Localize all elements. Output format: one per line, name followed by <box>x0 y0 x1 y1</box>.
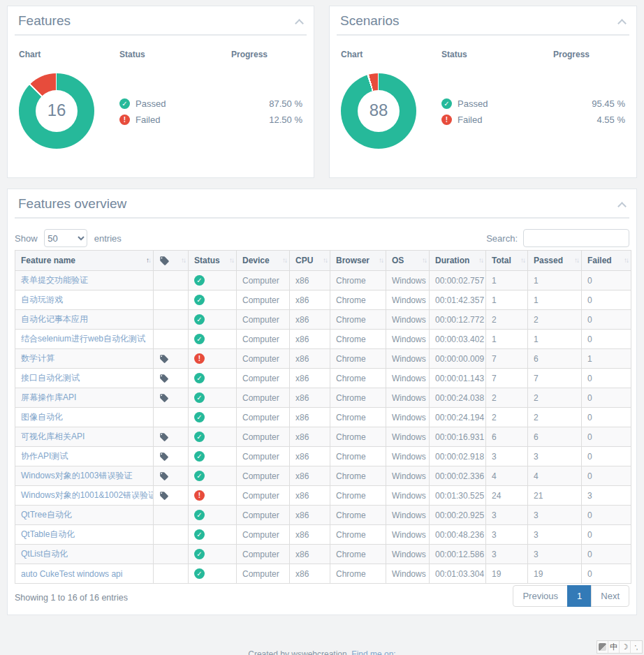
column-header-os[interactable]: OS↑↓ <box>386 251 430 271</box>
tag-cell <box>154 486 189 506</box>
sort-icon[interactable]: ↑↓ <box>574 256 578 264</box>
status-cell <box>189 525 237 545</box>
table-body: 表单提交功能验证Computerx86ChromeWindows00:00:02… <box>15 271 631 584</box>
legend-row-passed: Passed <box>441 96 488 112</box>
page-length-control: Show 50 entries <box>15 229 122 247</box>
total-cell: 3 <box>486 545 528 564</box>
ime-fullwidth-button[interactable]: ☽ <box>620 641 631 653</box>
sort-icon[interactable]: ↑↓ <box>146 256 150 264</box>
features-total-count: 16 <box>19 101 94 120</box>
features-panel-title: Features <box>8 6 314 34</box>
browser-cell: Chrome <box>330 466 386 486</box>
title-separator <box>15 34 307 36</box>
browser-cell: Chrome <box>330 506 386 525</box>
column-header-device[interactable]: Device↑↓ <box>237 251 290 271</box>
sort-icon[interactable]: ↑↓ <box>282 256 286 264</box>
feature-link[interactable]: Windows对象的1001&1002错误验证 <box>21 490 154 500</box>
tag-cell <box>154 506 189 525</box>
features-donut-chart: 16 <box>19 73 94 149</box>
search-control: Search: <box>486 229 629 247</box>
chevron-up-icon[interactable] <box>619 19 625 25</box>
total-cell: 1 <box>486 290 528 310</box>
column-header-browser[interactable]: Browser↑↓ <box>330 251 386 271</box>
status-cell <box>189 388 237 408</box>
cpu-cell: x86 <box>290 427 330 447</box>
cpu-cell: x86 <box>290 447 330 466</box>
passed-cell: 19 <box>528 564 582 584</box>
status-passed-icon <box>194 392 205 403</box>
sort-icon[interactable]: ↑↓ <box>624 256 628 264</box>
cpu-cell: x86 <box>290 271 330 290</box>
device-cell: Computer <box>237 271 290 290</box>
column-header-feature-name[interactable]: Feature name↑↓ <box>15 251 154 271</box>
feature-link[interactable]: 可视化库相关API <box>21 432 85 441</box>
column-header-total[interactable]: Total↑↓ <box>486 251 528 271</box>
table-row: 图像自动化Computerx86ChromeWindows00:00:24.19… <box>15 408 631 427</box>
feature-link[interactable]: 自动玩游戏 <box>21 295 63 304</box>
status-passed-icon <box>194 471 205 481</box>
column-header-passed[interactable]: Passed↑↓ <box>528 251 582 271</box>
ime-punctuation-button[interactable]: ’, <box>631 641 642 653</box>
feature-name-cell: QtList自动化 <box>15 545 154 564</box>
footer-link[interactable]: Find me on: <box>351 649 395 655</box>
ime-language-mode-button[interactable]: 中 <box>608 641 620 653</box>
feature-link[interactable]: QtTree自动化 <box>21 510 72 520</box>
duration-cell: 00:00:03.402 <box>430 330 486 349</box>
feature-link[interactable]: 表单提交功能验证 <box>21 275 88 285</box>
column-header-label: Browser <box>336 256 369 265</box>
column-header-cpu[interactable]: CPU↑↓ <box>290 251 330 271</box>
column-header-label: Status <box>194 256 220 265</box>
feature-link[interactable]: QtList自动化 <box>21 549 68 559</box>
total-cell: 6 <box>486 427 528 447</box>
previous-page-button[interactable]: Previous <box>513 585 568 607</box>
next-page-button[interactable]: Next <box>591 585 629 607</box>
feature-link[interactable]: 协作API测试 <box>21 451 68 461</box>
device-cell: Computer <box>237 349 290 369</box>
column-header-label: CPU <box>295 256 313 265</box>
chevron-up-icon[interactable] <box>296 19 302 25</box>
column-header-tags[interactable]: ↑↓ <box>154 251 189 271</box>
feature-link[interactable]: Windows对象的1003错误验证 <box>21 471 132 480</box>
column-header-duration[interactable]: Duration↑↓ <box>430 251 486 271</box>
search-input[interactable] <box>523 229 629 247</box>
ime-toolbar[interactable]: 中 ☽ ’, <box>597 640 643 654</box>
feature-link[interactable]: 接口自动化测试 <box>21 373 80 383</box>
feature-link[interactable]: QtTable自动化 <box>21 529 75 539</box>
tag-icon <box>159 354 169 364</box>
ime-input-method-icon[interactable] <box>597 641 608 653</box>
table-header-row: Feature name↑↓↑↓Status↑↓Device↑↓CPU↑↓Bro… <box>15 251 631 271</box>
sort-icon[interactable]: ↑↓ <box>181 256 185 264</box>
chevron-up-icon[interactable] <box>619 202 625 208</box>
feature-link[interactable]: 数学计算 <box>21 353 54 363</box>
sort-icon[interactable]: ↑↓ <box>229 256 233 264</box>
device-cell: Computer <box>237 545 290 564</box>
overview-panel-title: Features overview <box>8 189 636 217</box>
duration-cell: 00:00:48.236 <box>430 525 486 545</box>
device-cell: Computer <box>237 369 290 388</box>
total-cell: 3 <box>486 447 528 466</box>
scenarios-panel: Scenarios Chart Status Progress 88 Passe… <box>329 6 637 178</box>
sort-icon[interactable]: ↑↓ <box>379 256 383 264</box>
sort-icon[interactable]: ↑↓ <box>520 256 525 264</box>
tag-cell <box>154 290 189 310</box>
status-cell <box>189 427 237 447</box>
status-cell <box>189 330 237 349</box>
column-header-status[interactable]: Status↑↓ <box>189 251 237 271</box>
page-1-button[interactable]: 1 <box>567 585 592 607</box>
feature-name-cell: 表单提交功能验证 <box>15 271 154 290</box>
cpu-cell: x86 <box>290 466 330 486</box>
feature-link[interactable]: 图像自动化 <box>21 412 63 422</box>
feature-link[interactable]: 屏幕操作库API <box>21 392 76 402</box>
table-summary: Showing 1 to 16 of 16 entries <box>15 593 128 603</box>
status-failed-icon <box>194 490 205 501</box>
page-length-select[interactable]: 50 <box>44 229 87 247</box>
total-cell: 3 <box>486 525 528 545</box>
table-row: 表单提交功能验证Computerx86ChromeWindows00:00:02… <box>15 271 631 290</box>
sort-icon[interactable]: ↑↓ <box>422 256 426 264</box>
feature-link[interactable]: auto CukeTest windows api <box>21 569 122 579</box>
feature-link[interactable]: 自动化记事本应用 <box>21 314 88 324</box>
column-header-failed[interactable]: Failed↑↓ <box>582 251 631 271</box>
sort-icon[interactable]: ↑↓ <box>323 256 327 264</box>
feature-link[interactable]: 结合selenium进行web自动化测试 <box>21 334 145 344</box>
sort-icon[interactable]: ↑↓ <box>478 256 483 264</box>
